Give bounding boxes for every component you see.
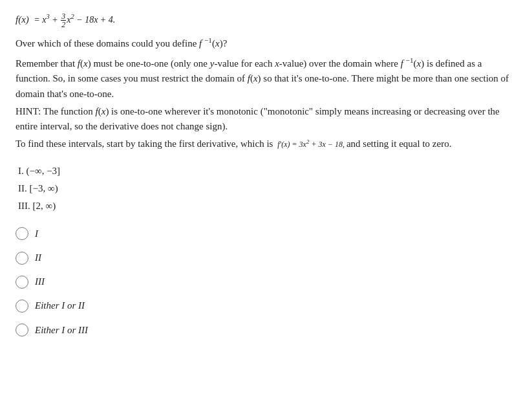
option-label-4: Either I or II (35, 298, 85, 313)
function-title: f(x) = x3 + 3 2 x2 − 18x + 4. (16, 12, 516, 28)
question-text: Over which of these domains could you de… (16, 35, 516, 51)
option-item-4[interactable]: Either I or II (16, 298, 516, 313)
body-paragraph-1: Remember that f(x) must be one-to-one (o… (16, 55, 516, 102)
option-item-1[interactable]: I (16, 226, 516, 241)
domain-item-2: II. [−3, ∞) (18, 180, 516, 197)
option-label-2: II (35, 250, 41, 265)
option-item-3[interactable]: III (16, 274, 516, 289)
equation: = x3 + 3 2 x2 − 18x + 4. (32, 12, 115, 28)
domains-list: I. (−∞, −3] II. [−3, ∞) III. [2, ∞) (18, 162, 516, 215)
fx-label: f(x) (16, 12, 29, 27)
radio-option-3[interactable] (16, 276, 28, 289)
option-label-1: I (35, 226, 38, 241)
radio-option-4[interactable] (16, 300, 28, 313)
derivative-paragraph: To find these intervals, start by taking… (16, 137, 516, 151)
radio-option-5[interactable] (16, 324, 28, 336)
options-list: I II III Either I or II Either I or III (16, 226, 516, 338)
option-label-5: Either I or III (35, 323, 88, 338)
domain-item-1: I. (−∞, −3] (18, 162, 516, 180)
domain-item-3: III. [2, ∞) (18, 197, 516, 215)
hint-paragraph: HINT: The function f(x) is one-to-one wh… (16, 104, 516, 135)
option-label-3: III (35, 274, 45, 289)
radio-option-2[interactable] (16, 252, 28, 265)
derivative-inline: f′(x) = 3x2 + 3x − 18, (275, 140, 346, 149)
option-item-5[interactable]: Either I or III (16, 323, 516, 338)
fraction: 3 2 (61, 12, 66, 28)
radio-option-1[interactable] (16, 227, 28, 240)
option-item-2[interactable]: II (16, 250, 516, 265)
